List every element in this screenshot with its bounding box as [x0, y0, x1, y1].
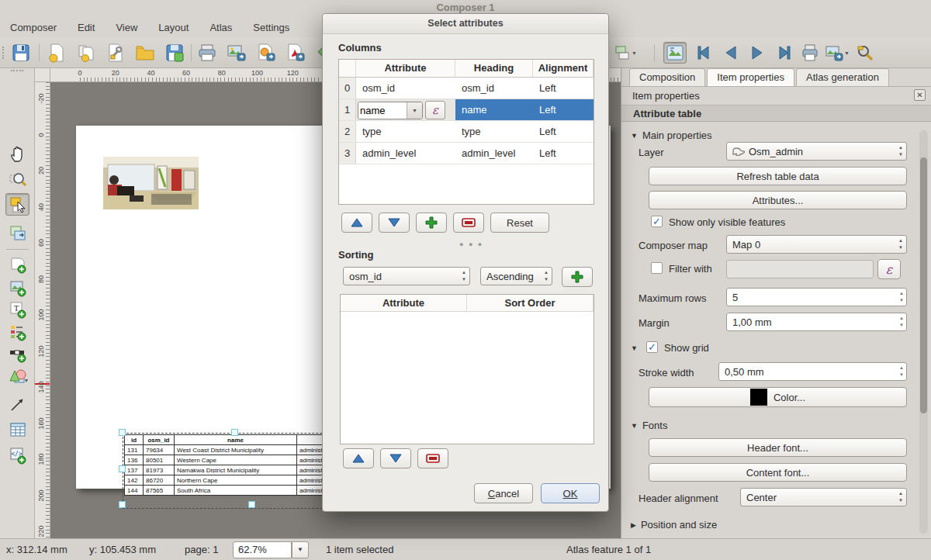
menu-settings[interactable]: Settings — [253, 22, 289, 33]
panel-scrollbar[interactable] — [919, 130, 928, 534]
spin-arrows-icon[interactable]: ▲▼ — [544, 269, 549, 283]
add-attribute-table-button[interactable] — [5, 418, 29, 441]
reset-button[interactable]: Reset — [490, 213, 549, 233]
add-image-button[interactable] — [5, 276, 29, 299]
tab-atlas-generation[interactable]: Atlas generation — [796, 68, 889, 86]
export-image-button[interactable] — [225, 42, 248, 64]
export-svg-button[interactable] — [254, 42, 278, 64]
cell-heading[interactable]: osm_id — [455, 78, 533, 99]
sort-attribute-combo[interactable]: osm_id ▲▼ — [343, 267, 470, 285]
layer-combo[interactable]: Osm_admin ▲▼ — [726, 142, 907, 161]
sort-move-up-button[interactable] — [343, 448, 374, 468]
show-only-visible-checkbox[interactable]: ✓ — [651, 216, 663, 227]
move-item-content-button[interactable] — [5, 222, 29, 244]
cell-attribute[interactable]: type — [356, 121, 455, 142]
margin-spinbox[interactable]: 1,00 mm ▲▼ — [726, 313, 907, 331]
header-alignment-combo[interactable]: Center ▲▼ — [740, 488, 907, 506]
zoom-level-field[interactable]: 62.7% — [233, 541, 292, 558]
expression-builder-button[interactable]: ε — [425, 101, 445, 119]
add-new-map-button[interactable] — [5, 253, 29, 275]
add-shape-button[interactable] — [5, 365, 29, 387]
new-composition-button[interactable] — [45, 42, 68, 64]
column-add-button[interactable] — [416, 213, 447, 233]
picture-item-photo[interactable] — [103, 157, 199, 209]
show-grid-checkbox[interactable]: ✓ — [646, 341, 658, 353]
spin-arrows-icon[interactable]: ▲▼ — [898, 144, 903, 158]
save-as-template-button[interactable] — [163, 42, 186, 64]
attribute-combobox[interactable]: ▼ — [358, 102, 423, 119]
cell-attribute[interactable]: ▼ε — [356, 99, 455, 120]
atlas-next-feature-button[interactable] — [746, 42, 769, 64]
zoom-tool-button[interactable] — [5, 168, 29, 191]
pan-tool-button[interactable] — [5, 143, 29, 165]
column-move-down-button[interactable] — [379, 213, 410, 233]
export-pdf-button[interactable] — [284, 42, 307, 64]
menu-atlas[interactable]: Atlas — [209, 22, 232, 33]
fonts-group[interactable]: ▼Fonts — [631, 420, 667, 431]
menu-view[interactable]: View — [116, 22, 137, 33]
column-remove-button[interactable] — [453, 213, 484, 233]
column-move-up-button[interactable] — [341, 213, 372, 233]
open-button[interactable] — [133, 42, 157, 64]
columns-table-row[interactable]: 0osm_idosm_idLeft — [339, 78, 594, 99]
sort-header-attribute[interactable]: Attribute — [341, 295, 467, 311]
print-button[interactable] — [196, 42, 219, 64]
add-label-button[interactable]: T — [5, 298, 29, 320]
cell-alignment[interactable]: Left — [533, 78, 594, 99]
spin-arrows-icon[interactable]: ▲▼ — [899, 315, 904, 329]
panel-close-icon[interactable]: ✕ — [914, 89, 926, 101]
main-properties-group[interactable]: ▼Main properties — [631, 130, 712, 141]
print-atlas-button[interactable] — [798, 42, 822, 64]
position-size-group[interactable]: ▶Position and size — [631, 519, 717, 531]
column-header-alignment[interactable]: Alignment — [533, 60, 594, 77]
export-atlas-button[interactable]: ▼ — [823, 42, 851, 64]
selection-handle[interactable] — [119, 465, 126, 472]
selection-handle[interactable] — [119, 429, 126, 436]
spin-arrows-icon[interactable]: ▲▼ — [898, 490, 903, 504]
cell-alignment[interactable]: Left — [533, 121, 594, 142]
cell-heading[interactable]: type — [455, 121, 533, 142]
save-project-button[interactable] — [9, 42, 33, 64]
cell-alignment[interactable]: Left — [533, 99, 594, 120]
stroke-width-spinbox[interactable]: 0,50 mm ▲▼ — [718, 362, 907, 381]
zoom-dropdown-button[interactable]: ▼ — [292, 541, 309, 558]
column-header-heading[interactable]: Heading — [455, 60, 533, 77]
sort-header-order[interactable]: Sort Order — [467, 295, 594, 311]
attribute-edit-input[interactable] — [358, 102, 407, 119]
cancel-button[interactable]: Cancel — [474, 483, 533, 503]
atlas-first-feature-button[interactable] — [693, 42, 716, 64]
preview-atlas-toggle[interactable] — [663, 42, 687, 64]
refresh-table-data-button[interactable]: Refresh table data — [649, 167, 907, 185]
show-grid-group[interactable]: ▼ — [631, 342, 642, 354]
composition-manager-button[interactable] — [104, 42, 127, 64]
menu-layout[interactable]: Layout — [158, 22, 189, 33]
atlas-settings-button[interactable] — [853, 42, 877, 64]
tab-composition[interactable]: Composition — [629, 68, 705, 86]
spin-arrows-icon[interactable]: ▲▼ — [899, 290, 904, 304]
sort-remove-button[interactable] — [417, 448, 448, 468]
maximum-rows-spinbox[interactable]: 5 ▲▼ — [726, 288, 907, 306]
select-move-item-button[interactable] — [5, 193, 29, 216]
selection-handle[interactable] — [119, 501, 126, 508]
cell-heading[interactable]: name — [455, 99, 533, 120]
spin-arrows-icon[interactable]: ▲▼ — [462, 269, 466, 283]
atlas-last-feature-button[interactable] — [772, 42, 795, 64]
combobox-dropdown-icon[interactable]: ▼ — [407, 102, 422, 119]
sorting-table[interactable]: Attribute Sort Order — [340, 294, 594, 444]
spin-arrows-icon[interactable]: ▲▼ — [899, 365, 904, 379]
add-legend-button[interactable] — [5, 320, 29, 343]
add-arrow-button[interactable] — [5, 392, 29, 415]
tab-item-properties[interactable]: Item properties — [707, 68, 794, 86]
cell-alignment[interactable]: Left — [533, 143, 594, 164]
filter-expression-button[interactable]: ε — [877, 259, 901, 279]
menu-composer[interactable]: Composer — [10, 22, 57, 33]
column-header-attribute[interactable]: Attribute — [356, 60, 455, 77]
atlas-previous-feature-button[interactable] — [719, 42, 742, 64]
columns-table[interactable]: Attribute Heading Alignment 0osm_idosm_i… — [338, 59, 594, 205]
grid-color-button[interactable]: Color... — [649, 387, 907, 407]
splitter-handle[interactable]: ● ● ● — [459, 240, 483, 248]
scrollbar-thumb[interactable] — [920, 157, 927, 413]
columns-table-row[interactable]: 3admin_leveladmin_levelLeft — [339, 143, 594, 164]
add-html-frame-button[interactable]: </> — [5, 444, 29, 466]
menu-edit[interactable]: Edit — [78, 22, 95, 33]
